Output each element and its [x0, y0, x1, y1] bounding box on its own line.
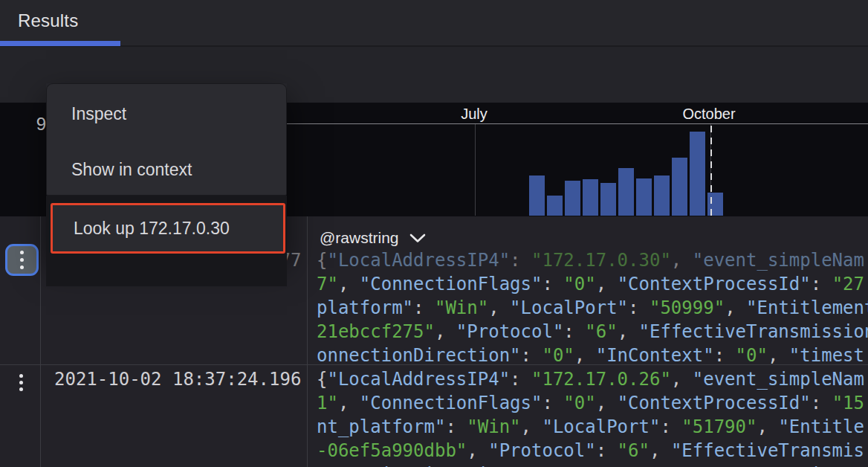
histogram-bar[interactable] — [547, 196, 563, 216]
menu-item-lookup-ip[interactable]: Look up 172.17.0.30 — [51, 203, 285, 254]
month-label-july: July — [461, 106, 488, 123]
time-cursor-dashed-line — [710, 126, 712, 216]
histogram-bar[interactable] — [690, 132, 705, 216]
rawstring-line: 7", "ConnectionFlags": "0", "ContextProc… — [317, 272, 868, 296]
month-label-october: October — [682, 106, 735, 123]
results-panel: Results 9 July October @rawstring — [0, 0, 868, 467]
tab-results[interactable]: Results — [18, 0, 78, 41]
kebab-icon — [19, 374, 23, 391]
column-divider-rawstring — [307, 216, 308, 467]
row-menu-button[interactable] — [16, 371, 26, 393]
histogram-bar[interactable] — [583, 179, 598, 216]
kebab-icon — [20, 251, 24, 269]
chevron-down-icon — [409, 234, 426, 243]
histogram-bar[interactable] — [636, 178, 652, 216]
active-tab-underline — [0, 41, 120, 46]
rawstring-line: nt_platform": "Win", "LocalPort": "51790… — [317, 415, 868, 439]
partial-axis-label: 9 — [15, 112, 46, 136]
histogram-bar[interactable] — [672, 158, 687, 216]
gridline-july — [475, 124, 476, 216]
rawstring-line: {"LocalAddressIP4": "172.17.0.26", "even… — [317, 367, 868, 391]
rawstring-line: -06ef5a990dbb", "Protocol": "6", "Effect… — [317, 439, 868, 463]
tab-bar: Results — [0, 0, 868, 47]
histogram-bar[interactable] — [529, 175, 545, 216]
rawstring-line: platform": "Win", "LocalPort": "50999", … — [317, 296, 868, 320]
rawstring-line: onnectionDirection": "0", "InContext": "… — [317, 344, 868, 367]
rawstring-header-label: @rawstring — [320, 229, 399, 247]
rawstring-line: onnectionDirection": "0", "InContext": "… — [317, 463, 868, 467]
histogram-bar[interactable] — [565, 181, 580, 216]
rawstring-line: 1", "ConnectionFlags": "0", "ContextProc… — [317, 391, 868, 415]
rawstring-cell: {"LocalAddressIP4": "172.17.0.26", "even… — [317, 367, 868, 467]
context-menu: Inspect Show in context Look up 172.17.0… — [46, 83, 287, 254]
rawstring-line: {"LocalAddressIP4": "172.17.0.30", "even… — [317, 248, 868, 272]
timestamp-cell: 2021-10-02 18:37:24.196 — [54, 367, 301, 391]
rawstring-line: 21ebccf275", "Protocol": "6", "Effective… — [317, 320, 868, 344]
column-divider-menu — [40, 216, 41, 467]
menu-item-inspect[interactable]: Inspect — [46, 93, 287, 135]
menu-item-show-in-context[interactable]: Show in context — [46, 149, 287, 190]
rawstring-column-header[interactable]: @rawstring — [320, 229, 426, 247]
rawstring-cell: {"LocalAddressIP4": "172.17.0.30", "even… — [317, 248, 868, 367]
row-menu-button[interactable] — [5, 244, 39, 276]
histogram-bar[interactable] — [600, 183, 616, 216]
histogram-bar[interactable] — [654, 175, 670, 216]
histogram-bar[interactable] — [618, 168, 634, 216]
